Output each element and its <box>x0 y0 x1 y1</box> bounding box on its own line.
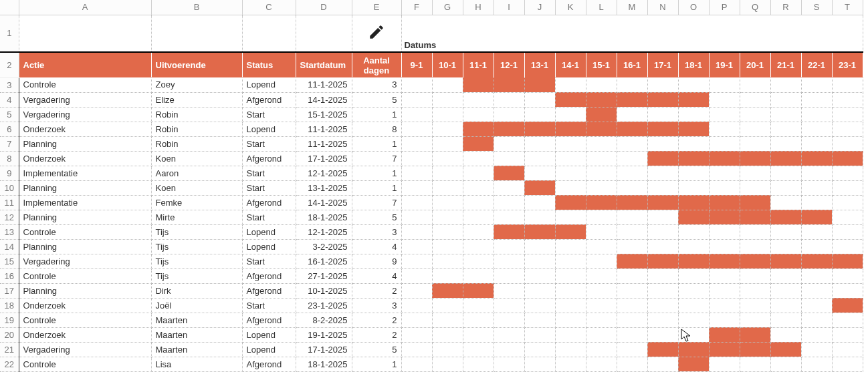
cell-status[interactable]: Start <box>242 180 296 195</box>
gantt-cell[interactable] <box>555 122 586 136</box>
gantt-cell[interactable] <box>586 180 617 195</box>
col-header-T[interactable]: T <box>832 0 863 15</box>
cell-start[interactable]: 11-1-2025 <box>296 136 352 151</box>
gantt-cell[interactable] <box>463 210 494 224</box>
cell-dagen[interactable]: 1 <box>352 136 401 151</box>
cell-uitv[interactable]: Aaron <box>151 166 242 180</box>
cell-actie[interactable]: Controle <box>19 313 151 327</box>
row-header-4[interactable]: 4 <box>0 92 19 107</box>
gantt-cell[interactable] <box>709 268 740 283</box>
gantt-cell[interactable] <box>524 327 555 342</box>
cell-dagen[interactable]: 3 <box>352 224 401 239</box>
gantt-cell[interactable] <box>463 136 494 151</box>
cell-uitv[interactable]: Maarten <box>151 342 242 357</box>
cell-status[interactable]: Afgerond <box>242 92 296 107</box>
gantt-cell[interactable] <box>494 357 524 371</box>
cell-uitv[interactable]: Robin <box>151 107 242 122</box>
gantt-cell[interactable] <box>647 210 678 224</box>
gantt-cell[interactable] <box>586 92 617 107</box>
gantt-cell[interactable] <box>709 151 740 166</box>
gantt-cell[interactable] <box>555 180 586 195</box>
cell-uitv[interactable]: Maarten <box>151 327 242 342</box>
cell-dagen[interactable]: 4 <box>352 239 401 254</box>
cell-uitv[interactable]: Mirte <box>151 210 242 224</box>
cell-actie[interactable]: Planning <box>19 239 151 254</box>
row-header-20[interactable]: 20 <box>0 327 19 342</box>
cell-start[interactable]: 23-1-2025 <box>296 298 352 313</box>
cell-dagen[interactable]: 1 <box>352 357 401 371</box>
row-header-11[interactable]: 11 <box>0 195 19 210</box>
gantt-cell[interactable] <box>617 195 647 210</box>
gantt-cell[interactable] <box>555 298 586 313</box>
gantt-cell[interactable] <box>586 195 617 210</box>
gantt-cell[interactable] <box>740 180 770 195</box>
gantt-cell[interactable] <box>432 342 463 357</box>
gantt-cell[interactable] <box>524 77 555 92</box>
gantt-cell[interactable] <box>555 77 586 92</box>
gantt-cell[interactable] <box>832 342 863 357</box>
gantt-cell[interactable] <box>801 239 832 254</box>
gantt-cell[interactable] <box>740 283 770 298</box>
gantt-cell[interactable] <box>770 136 801 151</box>
gantt-cell[interactable] <box>770 92 801 107</box>
cell-empty[interactable] <box>296 15 352 52</box>
cell-status[interactable]: Start <box>242 136 296 151</box>
gantt-cell[interactable] <box>617 283 647 298</box>
gantt-cell[interactable] <box>801 254 832 268</box>
gantt-cell[interactable] <box>647 283 678 298</box>
gantt-cell[interactable] <box>494 298 524 313</box>
gantt-cell[interactable] <box>647 180 678 195</box>
gantt-cell[interactable] <box>770 327 801 342</box>
gantt-cell[interactable] <box>586 224 617 239</box>
gantt-cell[interactable] <box>740 195 770 210</box>
row-header-22[interactable]: 22 <box>0 357 19 371</box>
gantt-cell[interactable] <box>770 342 801 357</box>
gantt-cell[interactable] <box>709 327 740 342</box>
gantt-cell[interactable] <box>401 122 432 136</box>
gantt-cell[interactable] <box>678 210 709 224</box>
gantt-cell[interactable] <box>832 268 863 283</box>
row-header-16[interactable]: 16 <box>0 268 19 283</box>
cell-status[interactable]: Start <box>242 210 296 224</box>
row-header-9[interactable]: 9 <box>0 166 19 180</box>
gantt-cell[interactable] <box>740 313 770 327</box>
gantt-cell[interactable] <box>494 224 524 239</box>
gantt-cell[interactable] <box>678 327 709 342</box>
gantt-cell[interactable] <box>801 210 832 224</box>
cell-start[interactable]: 19-1-2025 <box>296 327 352 342</box>
gantt-cell[interactable] <box>770 283 801 298</box>
gantt-cell[interactable] <box>463 357 494 371</box>
gantt-cell[interactable] <box>832 283 863 298</box>
gantt-cell[interactable] <box>740 122 770 136</box>
gantt-cell[interactable] <box>801 283 832 298</box>
header-date-10-1[interactable]: 10-1 <box>432 52 463 77</box>
gantt-cell[interactable] <box>463 327 494 342</box>
gantt-cell[interactable] <box>401 77 432 92</box>
gantt-cell[interactable] <box>647 122 678 136</box>
gantt-cell[interactable] <box>832 239 863 254</box>
cell-actie[interactable]: Implementatie <box>19 195 151 210</box>
gantt-cell[interactable] <box>770 122 801 136</box>
gantt-cell[interactable] <box>617 166 647 180</box>
gantt-cell[interactable] <box>463 77 494 92</box>
gantt-cell[interactable] <box>709 254 740 268</box>
gantt-cell[interactable] <box>617 268 647 283</box>
gantt-cell[interactable] <box>494 283 524 298</box>
gantt-cell[interactable] <box>555 283 586 298</box>
header-date-16-1[interactable]: 16-1 <box>617 52 647 77</box>
gantt-cell[interactable] <box>740 357 770 371</box>
gantt-cell[interactable] <box>401 166 432 180</box>
gantt-cell[interactable] <box>832 254 863 268</box>
gantt-cell[interactable] <box>801 357 832 371</box>
gantt-cell[interactable] <box>617 151 647 166</box>
gantt-cell[interactable] <box>740 151 770 166</box>
cell-status[interactable]: Afgerond <box>242 151 296 166</box>
cell-start[interactable]: 8-2-2025 <box>296 313 352 327</box>
header-date-23-1[interactable]: 23-1 <box>832 52 863 77</box>
cell-actie[interactable]: Planning <box>19 283 151 298</box>
gantt-cell[interactable] <box>678 180 709 195</box>
gantt-cell[interactable] <box>524 92 555 107</box>
gantt-cell[interactable] <box>709 166 740 180</box>
gantt-cell[interactable] <box>463 122 494 136</box>
gantt-cell[interactable] <box>801 327 832 342</box>
